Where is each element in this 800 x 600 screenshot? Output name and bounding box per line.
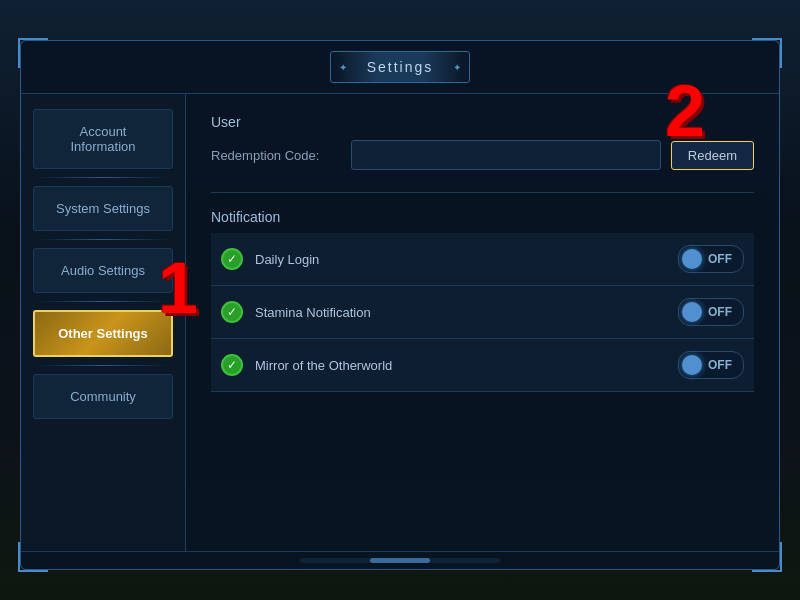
- check-icon-stamina: ✓: [221, 301, 243, 323]
- check-icon-daily-login: ✓: [221, 248, 243, 270]
- toggle-mirror[interactable]: OFF: [678, 351, 744, 379]
- notification-item-mirror: ✓ Mirror of the Otherworld OFF: [211, 339, 754, 392]
- sidebar-item-other-settings[interactable]: Other Settings: [33, 310, 173, 357]
- redemption-label: Redemption Code:: [211, 148, 341, 163]
- sidebar-item-account-label: Account Information: [70, 124, 135, 154]
- sidebar-item-audio-label: Audio Settings: [61, 263, 145, 278]
- notification-item-stamina: ✓ Stamina Notification OFF: [211, 286, 754, 339]
- toggle-daily-login[interactable]: OFF: [678, 245, 744, 273]
- sidebar-item-account-information[interactable]: Account Information: [33, 109, 173, 169]
- sidebar-item-system-settings[interactable]: System Settings: [33, 186, 173, 231]
- toggle-stamina[interactable]: OFF: [678, 298, 744, 326]
- toggle-circle-daily-login: [682, 249, 702, 269]
- toggle-label-mirror: OFF: [702, 358, 740, 372]
- redemption-row: Redemption Code: Redeem: [211, 140, 754, 170]
- panel-footer: [21, 551, 779, 569]
- sidebar-divider-1: [38, 177, 168, 178]
- toggle-circle-mirror: [682, 355, 702, 375]
- scrollbar-track[interactable]: [300, 558, 500, 563]
- toggle-label-stamina: OFF: [702, 305, 740, 319]
- notification-section: Notification ✓ Daily Login OFF ✓ Stamina…: [211, 209, 754, 392]
- sidebar-divider-2: [38, 239, 168, 240]
- redemption-input[interactable]: [351, 140, 661, 170]
- toggle-circle-stamina: [682, 302, 702, 322]
- toggle-label-daily-login: OFF: [702, 252, 740, 266]
- sidebar-item-community[interactable]: Community: [33, 374, 173, 419]
- notification-name-stamina: Stamina Notification: [255, 305, 678, 320]
- notification-name-daily-login: Daily Login: [255, 252, 678, 267]
- notification-name-mirror: Mirror of the Otherworld: [255, 358, 678, 373]
- header-decoration: Settings: [330, 51, 470, 83]
- content-area: User Redemption Code: Redeem Notificatio…: [186, 94, 779, 551]
- sidebar-item-other-label: Other Settings: [58, 326, 148, 341]
- settings-panel: Settings Account Information System Sett…: [20, 40, 780, 570]
- sidebar-item-audio-settings[interactable]: Audio Settings: [33, 248, 173, 293]
- redeem-button[interactable]: Redeem: [671, 141, 754, 170]
- check-icon-mirror: ✓: [221, 354, 243, 376]
- sidebar-divider-3: [38, 301, 168, 302]
- sidebar-item-community-label: Community: [70, 389, 136, 404]
- panel-body: Account Information System Settings Audi…: [21, 94, 779, 551]
- sidebar: Account Information System Settings Audi…: [21, 94, 186, 551]
- sidebar-item-system-label: System Settings: [56, 201, 150, 216]
- sidebar-divider-4: [38, 365, 168, 366]
- user-section: User Redemption Code: Redeem: [211, 114, 754, 193]
- notification-item-daily-login: ✓ Daily Login OFF: [211, 233, 754, 286]
- panel-title: Settings: [367, 59, 434, 75]
- scrollbar-thumb: [370, 558, 430, 563]
- user-section-label: User: [211, 114, 754, 130]
- notification-header: Notification: [211, 209, 754, 225]
- panel-header: Settings: [21, 41, 779, 94]
